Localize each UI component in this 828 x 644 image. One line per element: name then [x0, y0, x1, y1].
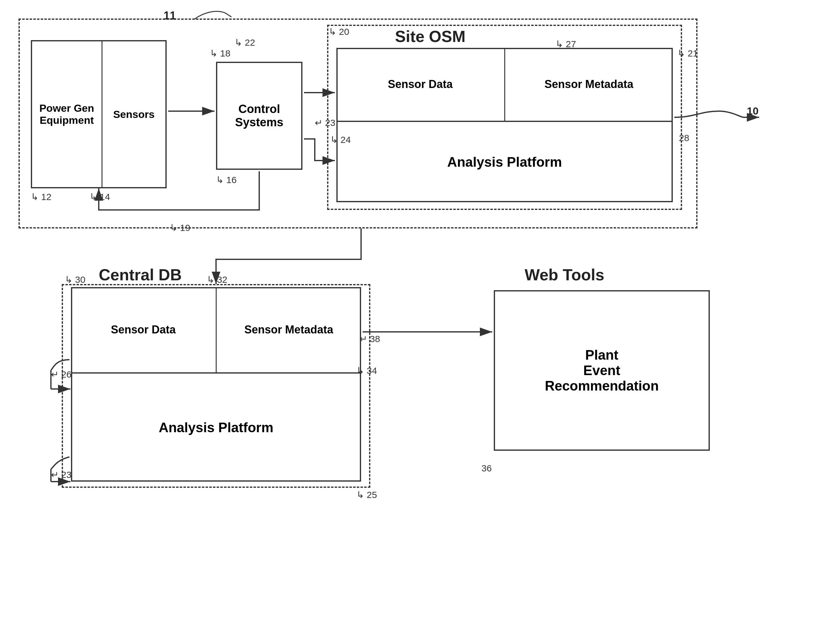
sensors-label: Sensors: [102, 41, 166, 187]
ref-21-curly: ↳: [677, 48, 685, 58]
ref-12-curly: ↳: [31, 192, 39, 202]
label-23-top: ↵ 23: [315, 117, 336, 128]
label-28: 28: [679, 133, 689, 143]
ref-23-top-curly: ↵: [315, 118, 323, 128]
web-tools-title: Web Tools: [525, 265, 604, 284]
label-38: ↵ 38: [359, 333, 380, 344]
power-gen-label: Power Gen Equipment: [32, 41, 102, 187]
plant-event-box: Plant Event Recommendation: [494, 290, 710, 451]
analysis-platform-1: Analysis Platform: [336, 122, 673, 202]
diagram: 11 Power Gen Equipment Sensors ↳ 12 ↳ 14…: [0, 0, 828, 644]
ref-20-curly: ↳: [329, 27, 336, 37]
sensor-data-1: Sensor Data: [336, 48, 505, 121]
ref-23-bot-curly: ↵: [51, 470, 59, 480]
label-14: ↳ 14: [89, 192, 110, 202]
ref-24-curly: ↳: [330, 135, 338, 145]
control-systems-label: Control Systems: [222, 102, 296, 129]
ref-16-curly: ↳: [216, 175, 224, 185]
label-16: ↳ 16: [216, 174, 237, 185]
label-26: ↵ 26: [51, 369, 72, 380]
label-34: ↳ 34: [356, 365, 377, 376]
sensor-top-row-2: Sensor Data Sensor Metadata: [71, 287, 361, 374]
ref-26-curly: ↵: [51, 369, 59, 379]
ref-30-curly: ↳: [65, 275, 72, 285]
ref-32-curly: ↳: [207, 275, 215, 285]
label-22: ↳ 22: [235, 37, 255, 48]
sensor-metadata-2: Sensor Metadata: [216, 287, 361, 372]
label-30: ↳ 30: [65, 274, 85, 285]
site-osm-title: Site OSM: [395, 27, 466, 46]
ref-19-curly: ↳: [170, 223, 177, 233]
label-36: 36: [481, 463, 492, 474]
ref-14-curly: ↳: [89, 192, 97, 202]
ref-38-curly: ↵: [359, 334, 367, 344]
central-db-title: Central DB: [99, 265, 182, 284]
ref-22-curly: ↳: [235, 37, 242, 47]
power-gen-box: Power Gen Equipment Sensors: [31, 40, 167, 188]
label-23-bot: ↵ 23: [51, 469, 72, 480]
ref-34-curly: ↳: [356, 366, 364, 376]
label-32: ↳ 32: [207, 274, 227, 285]
label-20: ↳ 20: [329, 26, 349, 37]
label-18: ↳ 18: [210, 48, 231, 59]
label-24: ↳ 24: [330, 134, 351, 145]
label-12: ↳ 12: [31, 192, 52, 202]
ref-18-curly: ↳: [210, 48, 218, 58]
label-10: 10: [747, 105, 759, 117]
svg-line-10: [225, 13, 232, 17]
analysis-platform-2: Analysis Platform: [71, 374, 361, 482]
sensor-metadata-1: Sensor Metadata: [505, 48, 673, 121]
plant-event-label: Plant Event Recommendation: [545, 347, 659, 394]
control-systems-box: Control Systems: [216, 62, 303, 170]
label-25: ↳ 25: [356, 489, 377, 500]
label-21: ↳ 21: [677, 48, 698, 59]
sensor-data-2: Sensor Data: [71, 287, 216, 372]
label-11: 11: [163, 9, 176, 22]
label-19: ↳ 19: [170, 222, 190, 233]
sensor-top-row-1: Sensor Data Sensor Metadata: [336, 48, 673, 122]
ref-25-curly: ↳: [356, 490, 364, 500]
